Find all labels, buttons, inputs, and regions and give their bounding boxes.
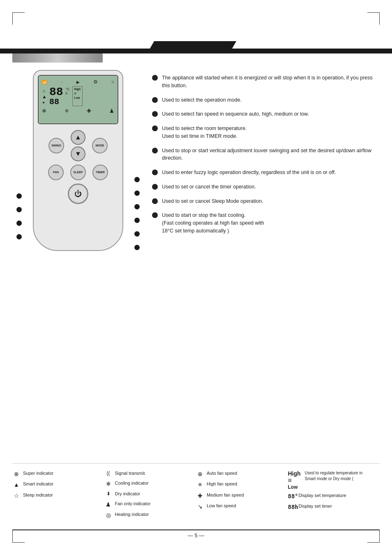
- left-bullet-1: [16, 193, 22, 199]
- screen-left-icons: ☼ ▲ ✦: [42, 86, 47, 106]
- mode-button[interactable]: MODE: [92, 138, 108, 153]
- heating-label: Heating indicator: [115, 511, 149, 518]
- sleep-button[interactable]: SLEEP: [70, 165, 86, 180]
- header-band: [12, 53, 103, 63]
- desc-bullet-temp: [152, 125, 158, 131]
- desc-text-fuzzy: Used to enter fuzzy logic operation dire…: [162, 169, 336, 176]
- timer-label: TIMER: [96, 171, 105, 174]
- nav-row[interactable]: SWING ▲ ▼ MODE: [38, 130, 118, 161]
- signal-icon: ((: [104, 470, 113, 477]
- left-bullet-2: [16, 207, 22, 212]
- sleep-icon: ☆: [12, 492, 21, 499]
- fan-button[interactable]: FAN: [48, 165, 64, 180]
- legend-sleep: ☆ Sleep indicator: [12, 492, 100, 499]
- desc-bullet-mode: [152, 97, 158, 103]
- desc-bullet-power: [152, 75, 158, 81]
- right-bullets: [134, 177, 140, 250]
- remote-illustration: 📶 ··· ▶ ⚙ ○ ☼ ▲ ✦ 88: [29, 70, 127, 251]
- main-content: 📶 ··· ▶ ⚙ ○ ☼ ▲ ✦ 88: [12, 70, 380, 251]
- remote-screen: 📶 ··· ▶ ⚙ ○ ☼ ▲ ✦ 88: [38, 75, 118, 124]
- screen-main-row: ☼ ▲ ✦ 88 88 °C h High: [42, 86, 114, 106]
- legend-signal: (( Signal transmit.: [104, 470, 192, 477]
- plus-icon: ✚: [87, 108, 91, 114]
- high-low-group: High ≡ Low Used to regulate temperature …: [288, 470, 376, 490]
- low-label: Low: [288, 484, 301, 490]
- remote-buttons-area: SWING ▲ ▼ MODE FAN: [38, 128, 118, 209]
- crop-mark-tr-vertical: [379, 12, 380, 25]
- dry-icon: ⬇: [104, 491, 113, 497]
- display-temp-label: Display set temperature: [299, 492, 346, 499]
- legend-smart: ▲ Smart indicator: [12, 481, 100, 488]
- medium-fan-icon: ✚: [196, 492, 204, 499]
- legend-heating: ◎ Heating indicator: [104, 511, 192, 519]
- auto-fan-label: Auto fan speed: [207, 470, 237, 476]
- legend-high-fan: ✳ High fan speed: [196, 481, 284, 488]
- legend-section: ⊗ Super indicator ▲ Smart indicator ☆ Sl…: [12, 463, 380, 522]
- temp-digits: 88: [49, 86, 63, 98]
- desc-fastcool: Used to start or stop the fast cooling.(…: [152, 211, 380, 235]
- page-number: — 5 —: [0, 532, 392, 539]
- right-bullet-4: [134, 218, 140, 223]
- desc-bullet-fan: [152, 111, 158, 117]
- high-fan-icon: ✳: [196, 481, 204, 488]
- highlow-desc: Used to regulate temperature in Smart mo…: [305, 470, 371, 482]
- dry-label: Dry indicator: [115, 491, 141, 497]
- legend-display-temp: 88° Display set temperature: [288, 492, 376, 500]
- right-bullet-5: [134, 231, 140, 237]
- bars-display: High ≡ Low: [288, 470, 301, 490]
- function-row[interactable]: FAN SLEEP TIMER: [38, 165, 118, 180]
- medium-fan-label: Medium fan speed: [207, 492, 244, 498]
- desc-swing: Used to stop or start vertical adjustmen…: [152, 147, 380, 163]
- legend-fanonly: ♟ Fan only indicator: [104, 501, 192, 508]
- display-timer-icon: 88h: [288, 503, 296, 511]
- legend-col-2: (( Signal transmit. ❄ Cooling indicator …: [104, 470, 196, 522]
- bars-symbol: ≡: [288, 477, 301, 484]
- sleep-label: SLEEP: [74, 171, 83, 174]
- desc-bullet-fuzzy: [152, 170, 158, 175]
- desc-sleep: Used to set or cancel Sleep Mode operati…: [152, 197, 380, 205]
- up-button[interactable]: ▲: [71, 130, 85, 145]
- arrow-buttons: ▲ ▼: [71, 130, 85, 161]
- legend-super: ⊗ Super indicator: [12, 470, 100, 478]
- unit-display: °C h: [66, 87, 70, 106]
- cooling-icon: ❄: [104, 480, 113, 488]
- left-bullet-4: [16, 234, 22, 239]
- right-bullet-2: [134, 190, 140, 196]
- legend-low-fan: ↘ Low fan speed: [196, 503, 284, 510]
- display-temp-icon: 88°: [288, 492, 296, 500]
- swing-button[interactable]: SWING: [48, 138, 64, 153]
- legend-col-3: ⊕ Auto fan speed ✳ High fan speed ✚ Medi…: [196, 470, 288, 522]
- person2-icon: ♟: [109, 108, 114, 114]
- wifi-icon: 📶: [42, 80, 47, 84]
- desc-bullet-fastcool: [152, 212, 158, 218]
- crop-mark-tr-horizontal: [367, 12, 380, 13]
- dot-indicators: ···: [60, 80, 63, 84]
- timer-button[interactable]: TIMER: [92, 165, 108, 180]
- crop-mark-tl-horizontal: [12, 12, 25, 13]
- top-bar: [0, 49, 392, 53]
- down-button[interactable]: ▼: [71, 146, 85, 161]
- power-icon: ⏻: [74, 190, 82, 198]
- low-fan-icon: ↘: [196, 503, 204, 510]
- left-bullet-3: [16, 221, 22, 226]
- fan-bars: High ≡ Low: [72, 86, 83, 106]
- desc-text-temp: Used to select the room temperature.Used…: [162, 125, 247, 140]
- power-button[interactable]: ⏻: [68, 183, 88, 204]
- auto-fan-icon: ⊕: [196, 470, 204, 478]
- fan-label: FAN: [53, 171, 59, 174]
- desc-text-power: The appliance will started when it is en…: [162, 74, 380, 90]
- display-timer-label: Display set timer: [299, 503, 332, 509]
- cooling-label: Cooling indicator: [115, 480, 149, 486]
- temp-display: 88 88: [49, 86, 63, 106]
- hour-unit: h: [66, 91, 70, 95]
- high-label: High: [288, 470, 301, 477]
- descriptions-panel: The appliance will started when it is en…: [152, 70, 380, 251]
- screen-top-row: 📶 ··· ▶ ⚙ ○: [42, 79, 114, 85]
- fan-low-label: Low: [74, 96, 81, 99]
- right-bullet-3: [134, 204, 140, 209]
- desc-text-sleep: Used to set or cancel Sleep Mode operati…: [162, 197, 263, 205]
- sleep-label: Sleep indicator: [23, 492, 53, 498]
- desc-text-timer: Used to set or cancel the timer operatio…: [162, 183, 256, 191]
- desc-fan: Used to select fan speed in sequence aut…: [152, 110, 380, 118]
- desc-text-fastcool: Used to start or stop the fast cooling.(…: [162, 211, 264, 235]
